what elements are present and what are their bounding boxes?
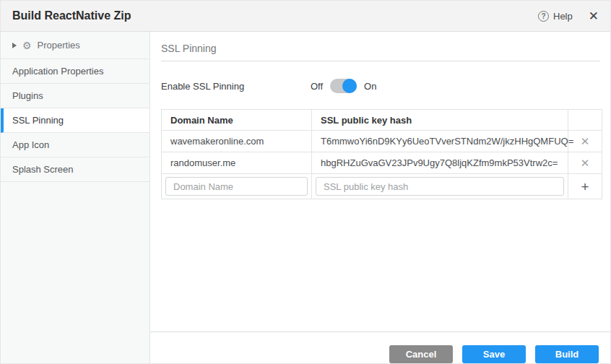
gear-icon: ⚙ <box>22 40 32 51</box>
column-header-hash: SSL public key hash <box>312 110 568 131</box>
sidebar-item-label: App Icon <box>12 139 49 150</box>
hash-cell: T6mmwoYi6nD9KYy6UeoTVverSTNdm2W/jkzHHgQM… <box>312 131 568 152</box>
table-header-row: Domain Name SSL public key hash <box>162 110 602 131</box>
cancel-button[interactable]: Cancel <box>389 345 453 363</box>
column-header-domain: Domain Name <box>162 110 312 131</box>
help-label: Help <box>553 11 573 22</box>
toggle-off-label: Off <box>311 81 323 92</box>
sidebar: ⚙ Properties Application Properties Plug… <box>1 32 150 363</box>
hash-cell: hbgRHZuGvaGV23JPv9Ugy7Q8ljqKZfm9mkP53Vtr… <box>312 152 568 174</box>
sidebar-item-label: Plugins <box>12 90 43 101</box>
domain-cell: wavemakeronline.com <box>162 131 312 152</box>
sidebar-item-splash-screen[interactable]: Splash Screen <box>1 157 150 182</box>
enable-ssl-pinning-row: Enable SSL Pinning Off On <box>161 79 600 93</box>
sidebar-group-label: Properties <box>38 40 80 51</box>
sidebar-item-label: Application Properties <box>12 66 103 77</box>
ssl-pinning-table: Domain Name SSL public key hash wavemake… <box>161 109 602 199</box>
toggle-on-label: On <box>364 81 376 92</box>
sidebar-group-properties[interactable]: ⚙ Properties <box>1 32 150 59</box>
ssl-pinning-panel: SSL Pinning Enable SSL Pinning Off On Do… <box>150 32 610 363</box>
domain-cell: randomuser.me <box>162 152 312 174</box>
help-icon: ? <box>538 11 549 22</box>
help-button[interactable]: ? Help <box>538 11 573 22</box>
dialog-header: Build ReactNative Zip ? Help ✕ <box>1 1 610 32</box>
dialog-title: Build ReactNative Zip <box>12 9 131 22</box>
delete-row-button[interactable]: ✕ <box>581 157 590 168</box>
sidebar-item-application-properties[interactable]: Application Properties <box>1 59 150 84</box>
panel-heading: SSL Pinning <box>161 32 600 61</box>
delete-row-button[interactable]: ✕ <box>581 136 590 147</box>
table-row: wavemakeronline.com T6mmwoYi6nD9KYy6UeoT… <box>162 131 602 152</box>
save-button[interactable]: Save <box>462 345 526 363</box>
sidebar-item-label: SSL Pinning <box>12 115 64 126</box>
sidebar-item-label: Splash Screen <box>12 164 74 175</box>
build-reactnative-zip-dialog: Build ReactNative Zip ? Help ✕ ⚙ Propert… <box>0 0 611 364</box>
build-button[interactable]: Build <box>535 345 599 363</box>
heading-divider <box>161 61 600 61</box>
domain-name-input[interactable] <box>165 177 308 196</box>
toggle-knob <box>342 79 357 93</box>
close-icon[interactable]: ✕ <box>589 10 599 22</box>
column-header-action <box>568 110 602 131</box>
ssl-pinning-toggle[interactable] <box>330 79 357 93</box>
sidebar-item-plugins[interactable]: Plugins <box>1 84 150 108</box>
sidebar-item-ssl-pinning[interactable]: SSL Pinning <box>1 108 150 133</box>
footer-actions: Cancel Save Build <box>150 332 610 363</box>
caret-right-icon <box>12 43 17 48</box>
sidebar-item-app-icon[interactable]: App Icon <box>1 133 150 157</box>
enable-ssl-pinning-label: Enable SSL Pinning <box>161 81 311 92</box>
ssl-public-key-hash-input[interactable] <box>316 177 564 196</box>
table-row: randomuser.me hbgRHZuGvaGV23JPv9Ugy7Q8lj… <box>162 152 602 174</box>
add-row-button[interactable]: + <box>581 180 589 194</box>
new-entry-row: + <box>162 174 602 199</box>
